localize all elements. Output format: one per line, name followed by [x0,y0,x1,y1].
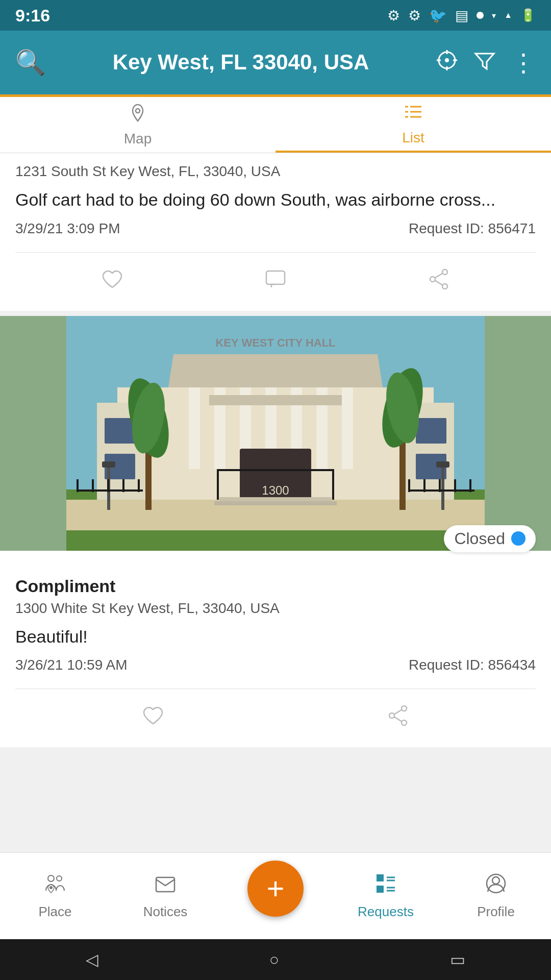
svg-rect-57 [92,479,94,492]
settings2-icon: ⚙ [408,7,421,24]
profile-icon [485,872,507,900]
svg-point-70 [389,713,394,718]
card-1-meta: 3/29/21 3:09 PM Request ID: 856471 [15,220,536,237]
status-bar: 9:16 ⚙ ⚙ 🐦 ▤ ▾ ▲ 🔋 [0,0,551,31]
card-1-request-id: Request ID: 856471 [409,220,536,237]
notices-icon [154,872,177,900]
svg-rect-78 [377,874,384,881]
card-2: KEY WEST CITY HALL 1300 [0,316,551,748]
svg-line-17 [435,273,443,278]
location-target-icon[interactable] [436,49,458,77]
nav-item-profile[interactable]: Profile [441,872,551,920]
home-button[interactable]: ○ [269,950,279,969]
more-icon[interactable]: ⋮ [511,48,536,77]
card-1-comment-button[interactable] [264,268,287,296]
dot-icon [477,12,484,19]
svg-rect-51 [102,461,115,468]
profile-label: Profile [477,904,515,920]
status-dot [511,531,525,546]
svg-rect-36 [416,418,446,444]
tab-list[interactable]: List [276,97,551,153]
svg-point-1 [445,58,449,62]
map-tab-label: Map [124,131,152,147]
notices-label: Notices [143,904,188,920]
svg-rect-59 [122,479,124,492]
svg-rect-13 [266,271,285,284]
card-1-actions [0,253,551,311]
svg-rect-77 [156,877,174,892]
svg-rect-55 [408,489,474,492]
card-1-address: 1231 South St Key West, FL, 33040, USA [15,163,536,180]
card-2-date: 3/26/21 10:59 AM [15,657,128,673]
svg-point-74 [48,875,54,881]
requests-label: Requests [358,904,414,920]
card-2-share-button[interactable] [387,704,409,732]
status-label: Closed [454,529,505,548]
location-title: Key West, FL 33040, USA [61,50,420,75]
recents-button[interactable]: ▭ [450,950,465,969]
card-2-actions [0,689,551,747]
list-tab-label: List [402,130,424,146]
svg-line-18 [435,280,443,285]
svg-rect-64 [454,479,456,492]
card-2-address: 1300 White St Key West, FL, 33040, USA [15,600,536,617]
android-nav: ◁ ○ ▭ [0,939,551,980]
svg-rect-60 [138,479,140,492]
svg-rect-53 [436,461,449,468]
card-2-status-badge: Closed [444,525,536,552]
svg-line-72 [394,709,402,715]
svg-rect-34 [105,418,135,444]
status-icons: ⚙ ⚙ 🐦 ▤ ▾ ▲ 🔋 [387,7,536,24]
svg-rect-41 [209,395,342,405]
card-1-like-button[interactable] [101,268,123,296]
filter-icon[interactable] [473,48,496,77]
card-2-request-id: Request ID: 856434 [409,657,536,673]
nav-item-requests[interactable]: Requests [331,872,441,920]
svg-rect-67 [332,469,334,500]
svg-rect-27 [189,387,200,469]
bottom-nav: Place Notices + Requests [0,852,551,939]
svg-point-14 [442,270,447,275]
svg-rect-66 [217,469,219,500]
list-tab-icon [403,102,423,127]
search-icon[interactable]: 🔍 [15,48,46,77]
content-area[interactable]: 1231 South St Key West, FL, 33040, USA G… [0,153,551,852]
svg-point-69 [402,706,407,711]
svg-point-15 [430,277,435,282]
nav-fab-container: + [220,876,331,917]
svg-rect-61 [408,479,410,492]
map-tab-icon [128,103,148,128]
svg-rect-54 [77,489,143,492]
notification-icon: 🐦 [429,7,447,24]
view-tabs: Map List [0,97,551,153]
svg-point-85 [492,877,499,884]
tab-map[interactable]: Map [0,97,276,153]
signal-icon: ▲ [504,11,512,20]
svg-rect-65 [469,479,471,492]
card-1: 1231 South St Key West, FL, 33040, USA G… [0,153,551,311]
svg-marker-26 [168,354,383,387]
svg-point-6 [136,109,140,113]
svg-text:KEY WEST CITY HALL: KEY WEST CITY HALL [215,336,335,349]
svg-rect-79 [377,886,384,893]
add-button[interactable]: + [247,861,304,917]
place-icon [44,872,66,900]
top-bar: 🔍 Key West, FL 33040, USA ⋮ [0,31,551,97]
svg-rect-68 [217,469,334,471]
status-time: 9:16 [15,6,50,26]
svg-point-71 [402,720,407,725]
settings-icon: ⚙ [387,7,400,24]
svg-rect-63 [439,479,441,492]
card-2-description: Beautiful! [15,625,536,649]
card-1-description: Golf cart had to be doing 60 down South,… [15,188,536,212]
svg-point-76 [50,887,52,889]
nav-item-notices[interactable]: Notices [110,872,220,920]
card-2-like-button[interactable] [142,704,164,732]
card-1-date: 3/29/21 3:09 PM [15,220,120,237]
back-button[interactable]: ◁ [86,950,98,969]
place-label: Place [38,904,71,920]
nav-item-place[interactable]: Place [0,872,110,920]
card-2-category: Compliment [15,576,536,596]
card-1-share-button[interactable] [428,268,450,296]
svg-rect-33 [342,387,353,469]
